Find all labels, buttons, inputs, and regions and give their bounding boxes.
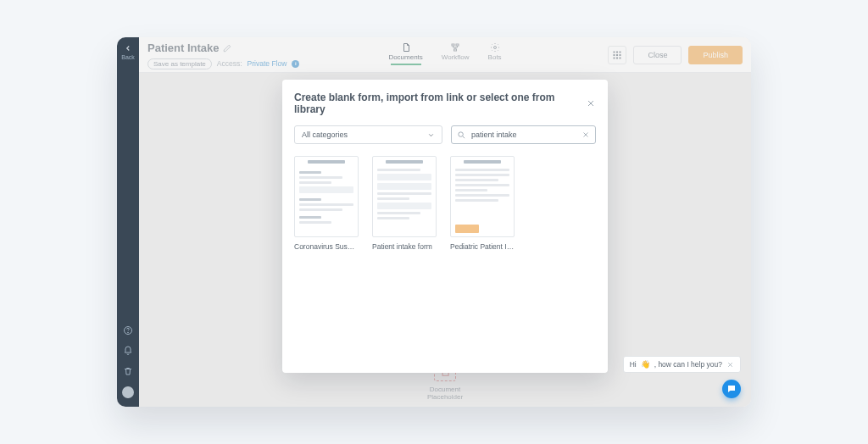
category-select[interactable]: All categories bbox=[294, 125, 442, 144]
template-thumbnail bbox=[450, 156, 515, 237]
template-label: Coronavirus Suspec... bbox=[294, 242, 359, 251]
bell-icon[interactable] bbox=[123, 346, 133, 356]
trash-icon[interactable] bbox=[123, 366, 133, 376]
help-text: , how can I help you? bbox=[654, 360, 722, 369]
category-value: All categories bbox=[302, 130, 348, 139]
help-popup: Hi 👋 , how can I help you? bbox=[623, 356, 741, 373]
modal-title: Create blank form, import from link or s… bbox=[294, 92, 586, 115]
template-card[interactable]: Coronavirus Suspec... bbox=[294, 156, 359, 251]
clear-search-button[interactable] bbox=[581, 130, 590, 139]
main-area: Patient Intake Save as template Access: … bbox=[139, 37, 751, 407]
chevron-left-icon bbox=[124, 44, 132, 53]
chevron-down-icon bbox=[427, 131, 435, 139]
template-label: Patient intake form bbox=[372, 242, 437, 251]
help-prefix: Hi bbox=[630, 360, 637, 369]
app-frame: Back Patient Intake Save as template A bbox=[117, 37, 751, 407]
chat-fab[interactable] bbox=[722, 380, 741, 398]
help-icon[interactable] bbox=[123, 325, 133, 336]
svg-point-1 bbox=[128, 332, 129, 333]
close-icon bbox=[581, 130, 590, 139]
close-icon bbox=[586, 98, 596, 108]
help-close-button[interactable] bbox=[726, 361, 734, 369]
svg-point-15 bbox=[459, 131, 464, 136]
template-grid: Coronavirus Suspec... Patient intake for… bbox=[294, 156, 596, 251]
close-icon bbox=[726, 361, 734, 369]
library-modal: Create blank form, import from link or s… bbox=[282, 80, 608, 373]
search-box[interactable] bbox=[451, 125, 596, 144]
search-input[interactable] bbox=[471, 130, 576, 139]
template-card[interactable]: Pediatric Patient Int... bbox=[450, 156, 515, 251]
modal-close-button[interactable] bbox=[586, 98, 596, 108]
back-button[interactable]: Back bbox=[121, 37, 135, 73]
avatar[interactable] bbox=[122, 386, 134, 398]
wave-icon: 👋 bbox=[641, 360, 650, 369]
template-thumbnail bbox=[294, 156, 359, 237]
template-card[interactable]: Patient intake form bbox=[372, 156, 437, 251]
search-icon bbox=[457, 130, 466, 140]
left-sidebar: Back bbox=[117, 37, 139, 407]
template-label: Pediatric Patient Int... bbox=[450, 242, 515, 251]
template-thumbnail bbox=[372, 156, 437, 237]
chat-icon bbox=[726, 384, 737, 394]
back-label: Back bbox=[121, 54, 135, 60]
